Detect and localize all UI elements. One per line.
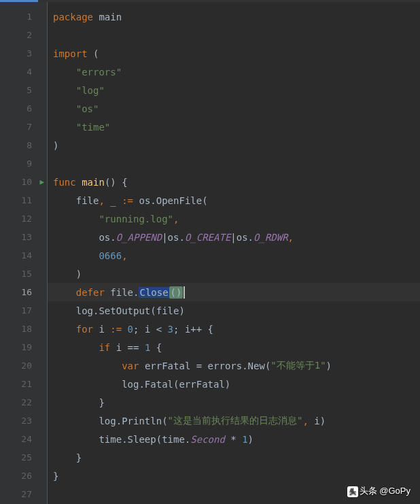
token: := <box>110 324 127 335</box>
gutter[interactable]: 123⊟45678⌃910▶⊟1112131415161718⊟19⊟20212… <box>0 2 48 504</box>
token <box>53 103 76 114</box>
gutter-line-23[interactable]: 23 <box>0 411 47 430</box>
gutter-line-15[interactable]: 15 <box>0 265 47 283</box>
gutter-line-7[interactable]: 7 <box>0 118 47 136</box>
token <box>53 342 99 353</box>
token: time.Sleep(time. <box>53 434 190 445</box>
code-line-19[interactable]: if i == 1 { <box>48 338 420 356</box>
token: ) <box>53 140 58 151</box>
code-line-24[interactable]: time.Sleep(time.Second * 1) <box>48 430 420 448</box>
code-line-9[interactable] <box>48 154 420 173</box>
watermark-handle: @GoPy <box>379 486 410 496</box>
token: "log" <box>76 85 105 96</box>
token: , <box>302 416 314 426</box>
code-line-20[interactable]: var errFatal = errors.New("不能等于1") <box>48 356 420 375</box>
token: "running.log" <box>99 214 173 224</box>
token: O_RDWR <box>253 232 288 243</box>
gutter-line-26[interactable]: 26⌃ <box>0 467 47 485</box>
gutter-line-18[interactable]: 18⊟ <box>0 320 47 338</box>
code-line-16[interactable]: defer file.Close() <box>48 283 420 301</box>
code-line-2[interactable] <box>48 26 420 44</box>
token: main <box>82 177 105 188</box>
token <box>53 214 99 224</box>
code-line-15[interactable]: ) <box>48 265 420 283</box>
code-line-3[interactable]: import ( <box>48 44 420 63</box>
gutter-line-2[interactable]: 2 <box>0 26 47 44</box>
token: ) <box>53 269 82 280</box>
gutter-line-21[interactable]: 21 <box>0 375 47 393</box>
token: 1 <box>242 434 247 445</box>
token: ) <box>326 360 332 371</box>
token <box>53 360 122 371</box>
code-line-1[interactable]: package main <box>48 7 420 26</box>
token: "os" <box>76 103 99 114</box>
token: i) <box>314 416 326 426</box>
code-line-10[interactable]: func main() { <box>48 173 420 191</box>
token: "errors" <box>76 67 122 78</box>
gutter-line-9[interactable]: 9 <box>0 154 47 173</box>
gutter-line-20[interactable]: 20 <box>0 356 47 375</box>
token: package <box>53 12 99 22</box>
code-line-11[interactable]: file, _ := os.OpenFile( <box>48 191 420 209</box>
code-line-22[interactable]: } <box>48 393 420 411</box>
gutter-line-27[interactable]: 27 <box>0 485 47 503</box>
token: _ <box>110 195 122 206</box>
gutter-line-5[interactable]: 5 <box>0 81 47 99</box>
token: main <box>99 12 122 22</box>
code-line-13[interactable]: os.O_APPEND|os.O_CREATE|os.O_RDWR, <box>48 228 420 246</box>
gutter-line-25[interactable]: 25⌃ <box>0 448 47 467</box>
code-line-23[interactable]: log.Println("这是当前执行结果的日志消息", i) <box>48 411 420 430</box>
token: "这是当前执行结果的日志消息" <box>168 415 303 427</box>
gutter-line-8[interactable]: 8⌃ <box>0 136 47 154</box>
token: Fatal <box>145 379 173 390</box>
watermark-brand: 头条 <box>360 486 377 496</box>
token: } <box>53 452 82 463</box>
token: () { <box>105 177 128 188</box>
text-cursor <box>183 286 185 299</box>
gutter-line-10[interactable]: 10▶⊟ <box>0 173 47 191</box>
token: , <box>173 214 179 224</box>
token: os. <box>139 195 156 206</box>
code-line-14[interactable]: 0666, <box>48 246 420 265</box>
code-area[interactable]: package mainimport ( "errors" "log" "os"… <box>48 2 420 504</box>
gutter-line-24[interactable]: 24 <box>0 430 47 448</box>
token: { <box>150 342 162 353</box>
code-line-8[interactable]: ) <box>48 136 420 154</box>
token: "不能等于1" <box>270 360 326 372</box>
token: var <box>122 360 145 371</box>
gutter-line-22[interactable]: 22⌃ <box>0 393 47 411</box>
token: } <box>53 397 105 408</box>
gutter-line-12[interactable]: 12 <box>0 209 47 228</box>
run-icon[interactable]: ▶ <box>39 178 44 186</box>
gutter-line-4[interactable]: 4 <box>0 63 47 81</box>
code-line-7[interactable]: "time" <box>48 118 420 136</box>
token: ) <box>248 434 253 445</box>
token: i == <box>116 342 145 353</box>
token: , <box>288 232 294 243</box>
code-line-21[interactable]: log.Fatal(errFatal) <box>48 375 420 393</box>
gutter-line-3[interactable]: 3⊟ <box>0 44 47 63</box>
token: ; i < <box>133 324 168 335</box>
watermark: 头头条 @GoPy <box>347 485 410 497</box>
code-line-6[interactable]: "os" <box>48 99 420 118</box>
gutter-line-11[interactable]: 11 <box>0 191 47 209</box>
gutter-line-1[interactable]: 1 <box>0 7 47 26</box>
gutter-line-6[interactable]: 6 <box>0 99 47 118</box>
code-line-26[interactable]: } <box>48 467 420 485</box>
code-line-25[interactable]: } <box>48 448 420 467</box>
code-line-17[interactable]: log.SetOutput(file) <box>48 301 420 320</box>
gutter-line-19[interactable]: 19⊟ <box>0 338 47 356</box>
gutter-line-13[interactable]: 13 <box>0 228 47 246</box>
gutter-line-14[interactable]: 14 <box>0 246 47 265</box>
gutter-line-17[interactable]: 17 <box>0 301 47 320</box>
token: file <box>53 195 99 206</box>
token: i <box>99 324 110 335</box>
code-line-18[interactable]: for i := 0; i < 3; i++ { <box>48 320 420 338</box>
token: () <box>169 286 183 299</box>
token <box>53 287 76 298</box>
gutter-line-16[interactable]: 16 <box>0 283 47 301</box>
token <box>53 85 76 96</box>
code-line-4[interactable]: "errors" <box>48 63 420 81</box>
code-line-5[interactable]: "log" <box>48 81 420 99</box>
code-line-12[interactable]: "running.log", <box>48 209 420 228</box>
